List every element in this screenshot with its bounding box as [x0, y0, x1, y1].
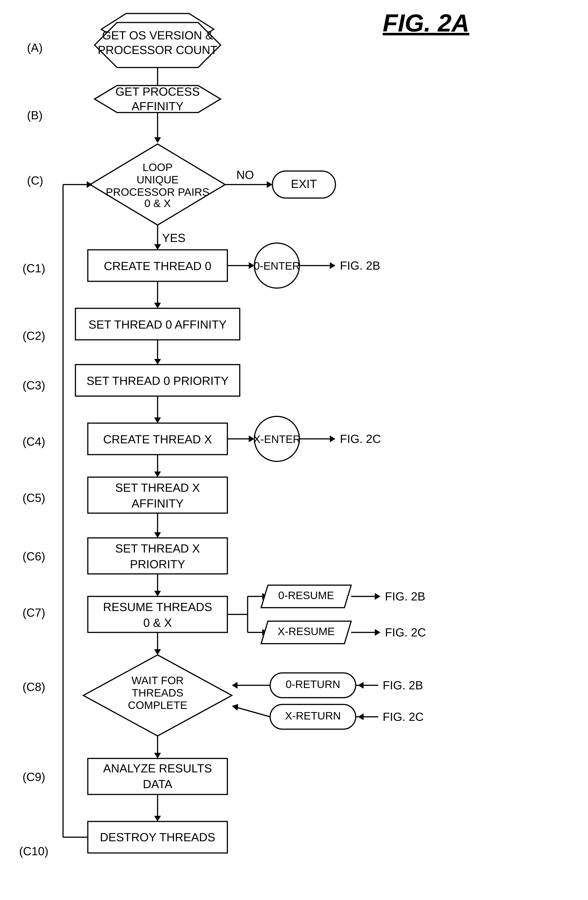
- node-c-text3: PROCESSOR PAIRS: [106, 186, 209, 198]
- arrowhead-b-c: [154, 137, 161, 143]
- node-b-text-line2: AFFINITY: [132, 100, 183, 113]
- label-b: (B): [27, 109, 43, 122]
- node-c3-text: SET THREAD 0 PRIORITY: [87, 374, 229, 387]
- arrowhead-back: [87, 181, 92, 188]
- node-c1-text: CREATE THREAD 0: [104, 259, 211, 273]
- node-c6-text1: SET THREAD X: [115, 542, 200, 555]
- node-xreturn-text: X-RETURN: [285, 710, 341, 722]
- flowchart-svg: FIG. 2A (A) (B) (C) (C1) (C2) (C3) (C4) …: [0, 0, 588, 900]
- arrowhead-c4-c5: [154, 472, 161, 477]
- node-0return-text: 0-RETURN: [285, 678, 340, 690]
- node-c5-text2: AFFINITY: [132, 497, 183, 510]
- arrowhead-c8-c9: [154, 753, 161, 759]
- arrowhead-xresume-fig2c: [375, 629, 380, 636]
- arrowhead-yes: [154, 244, 161, 250]
- node-0resume-text: 0-RESUME: [278, 590, 334, 601]
- arrowhead-c6-c7: [154, 591, 161, 596]
- node-a-text-line2: PROCESSOR COUNT: [98, 43, 217, 56]
- label-c10: (C10): [19, 845, 48, 858]
- label-a: (A): [27, 41, 43, 54]
- ref-fig2c-c4: FIG. 2C: [340, 432, 381, 445]
- arrowhead-c1-c2: [154, 303, 161, 308]
- node-c8-text1: WAIT FOR: [132, 675, 184, 686]
- node-c7-text2: 0 & X: [143, 616, 172, 629]
- label-c3: (C3): [23, 379, 45, 392]
- ref-fig2b-c8: FIG. 2B: [383, 679, 423, 692]
- arrowhead-c2-c3: [154, 359, 161, 365]
- node-c9-text1: ANALYZE RESULTS: [103, 762, 212, 775]
- node-c9-text2: DATA: [143, 777, 172, 791]
- node-a-text-line1: GET OS VERSION &: [102, 29, 213, 42]
- node-c7-text1: RESUME THREADS: [103, 601, 212, 613]
- yes-label: YES: [162, 231, 186, 244]
- arrow-xreturn-c8: [234, 707, 270, 717]
- node-c8-text3: COMPLETE: [128, 699, 187, 711]
- node-c-text1: LOOP: [143, 161, 172, 173]
- ref-fig2b-c1: FIG. 2B: [340, 259, 380, 272]
- arrowhead-c9-c10: [154, 816, 161, 821]
- label-c8: (C8): [23, 680, 45, 694]
- node-c-text4: 0 & X: [144, 197, 171, 209]
- ref-fig2c-c8: FIG. 2C: [383, 710, 424, 723]
- label-c6: (C6): [23, 550, 45, 563]
- arrowhead-c5-c6: [154, 532, 161, 538]
- arrowhead-0return: [232, 682, 237, 689]
- node-c5-text1: SET THREAD X: [115, 481, 200, 494]
- arrowhead-c7-c8: [154, 649, 161, 655]
- diagram-container: FIG. 2A (A) (B) (C) (C1) (C2) (C3) (C4) …: [0, 0, 588, 900]
- arrowhead-no: [267, 181, 272, 188]
- arrowhead-fig2c-xreturn: [358, 714, 363, 720]
- node-exit-text: EXIT: [291, 177, 317, 190]
- node-xenter-text: X-ENTER: [253, 433, 301, 445]
- node-xresume-text: X-RESUME: [278, 625, 335, 637]
- arrowhead-xenter-fig2c: [330, 436, 335, 442]
- node-c6-text2: PRIORITY: [130, 558, 185, 571]
- arrowhead-xreturn: [232, 704, 238, 711]
- node-b-text-line1: GET PROCESS: [115, 85, 200, 98]
- arrowhead-c1-enter: [249, 262, 254, 269]
- label-c4: (C4): [23, 435, 45, 448]
- fig-title: FIG. 2A: [383, 9, 469, 37]
- node-c2-text: SET THREAD 0 AFFINITY: [88, 318, 227, 331]
- node-c8-text2: THREADS: [132, 687, 183, 699]
- arrowhead-0enter-fig2b: [330, 262, 335, 269]
- label-c2: (C2): [23, 329, 45, 342]
- node-c10-text: DESTROY THREADS: [100, 831, 215, 844]
- arrowhead-0resume-fig2b: [375, 593, 380, 600]
- label-c5: (C5): [23, 491, 45, 504]
- arrowhead-c3-c4: [154, 417, 161, 423]
- ref-fig2b-c7: FIG. 2B: [385, 590, 425, 603]
- label-c1: (C1): [23, 262, 45, 275]
- node-0enter-text: 0-ENTER: [254, 260, 300, 272]
- node-c-text2: UNIQUE: [137, 174, 179, 186]
- label-c: (C): [27, 174, 43, 187]
- ref-fig2c-c7: FIG. 2C: [385, 626, 426, 639]
- label-c7: (C7): [23, 606, 45, 619]
- no-label: NO: [236, 168, 254, 182]
- node-c4-text: CREATE THREAD X: [103, 433, 212, 446]
- label-c9: (C9): [23, 770, 45, 784]
- arrowhead-fig2b-0return: [358, 682, 363, 689]
